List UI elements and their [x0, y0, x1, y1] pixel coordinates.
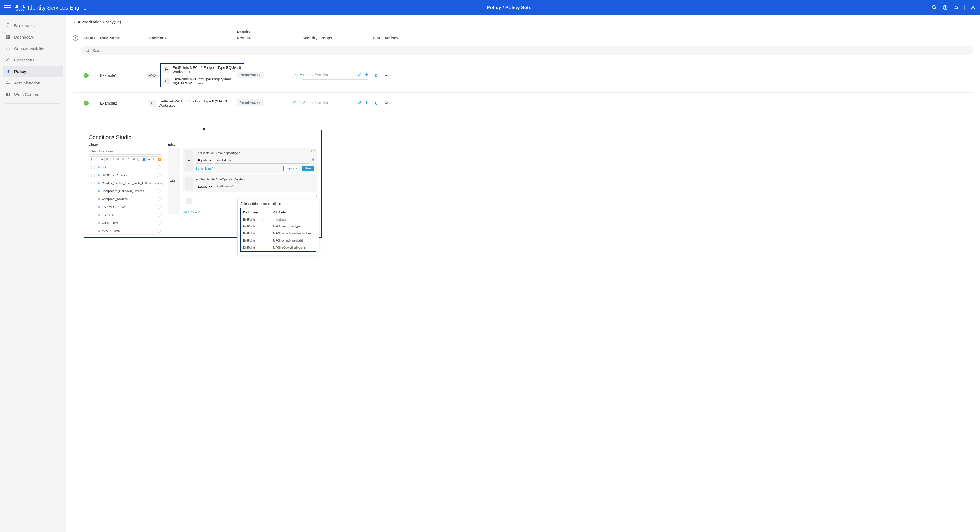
add-icon[interactable]: +	[365, 100, 368, 105]
filter-icon[interactable]: ▭	[94, 157, 99, 162]
drag-handle-icon[interactable]: ⋮⋮	[90, 221, 96, 224]
value-input[interactable]: EndPoints·Op	[215, 184, 315, 190]
sidebar-item-dashboard[interactable]: Dashboard	[0, 31, 66, 43]
attribute-filter[interactable]: Attribute	[276, 218, 286, 221]
operator-select[interactable]: Equals	[196, 157, 213, 164]
security-group-select[interactable]: Select from list +	[302, 71, 368, 79]
filter-icon[interactable]: ☁	[99, 157, 105, 162]
library-filter-bar: 📍 ▭ ☁ ⧉ 🖵 ⊞ ⊟ ◇ ⊞ 🕐 👤 ● ⊢ 📶	[89, 156, 162, 162]
menu-icon[interactable]	[5, 5, 11, 10]
conditions-box[interactable]: ⊢ EndPoints·MFCInfoEndpointType EQUALSWo…	[160, 64, 244, 87]
sidebar-item-work-centers[interactable]: Work Centers	[0, 89, 66, 100]
condition-attribute[interactable]: EndPoints·MFCInfoEndpointType	[196, 150, 315, 156]
attribute-row[interactable]: EndPointsMFCInfoEndpointType	[241, 223, 316, 230]
conditions-box[interactable]: ⊢ EndPoints·MFCInfoEndpointType EQUALSWo…	[146, 98, 230, 109]
drag-handle-icon[interactable]: ⋮⋮	[90, 190, 96, 193]
row-actions-button[interactable]	[385, 73, 404, 78]
add-rule-button[interactable]: +	[73, 35, 78, 41]
filter-icon[interactable]: ⊟	[120, 157, 126, 162]
filter-icon[interactable]: 🕐	[136, 157, 142, 162]
drag-handle-icon[interactable]: ⋮⋮	[90, 166, 96, 169]
sidebar-item-policy[interactable]: Policy	[3, 65, 63, 77]
col-hits: Hits	[368, 36, 385, 40]
filter-icon[interactable]: ⊢	[152, 157, 157, 162]
add-icon[interactable]: +	[299, 72, 302, 78]
notification-icon[interactable]	[953, 5, 959, 10]
attribute-icon: ⊢	[185, 150, 193, 171]
edit-icon[interactable]	[358, 73, 362, 77]
attribute-row[interactable]: EndPointsMFCInfoOperatingSystem	[241, 244, 316, 251]
search-input[interactable]	[92, 48, 969, 53]
condition-attribute[interactable]: EndPoints·MFCInfoOperatingSystem	[196, 176, 315, 182]
filter-icon[interactable]: 👤	[142, 157, 146, 162]
security-group-select[interactable]: Select from list +	[302, 100, 368, 107]
col-actions: Actions	[385, 36, 404, 40]
value-input[interactable]: Workstation	[215, 157, 309, 164]
info-icon[interactable]: i	[162, 181, 163, 185]
library-item[interactable]: ⋮⋮🗎Catalyst_Switch_Local_Web_Authenticat…	[89, 179, 162, 187]
row-actions-button[interactable]	[385, 100, 404, 106]
set-not-link[interactable]: Set to 'Is not'	[196, 167, 213, 170]
drag-handle-icon[interactable]: ⋮⋮	[90, 174, 96, 177]
info-icon[interactable]: i	[157, 205, 161, 209]
library-item[interactable]: ⋮⋮🗎5Gi	[89, 164, 162, 172]
edit-icon[interactable]	[292, 101, 296, 105]
info-icon[interactable]: i	[157, 221, 161, 225]
section-header[interactable]: Authorization Policy(14)	[73, 20, 974, 24]
help-icon[interactable]	[943, 5, 948, 10]
profile-select[interactable]: PermitAccess +	[237, 100, 302, 107]
attribute-row[interactable]: EndPointsMFCInfoHardwareManufacturer	[241, 230, 316, 237]
filter-icon[interactable]: ⧉	[105, 157, 110, 162]
info-icon[interactable]: i	[157, 213, 161, 217]
drag-handle-icon[interactable]: ⋮⋮	[90, 198, 96, 200]
library-item[interactable]: ⋮⋮🗎BYOD_is_Registeredi	[89, 172, 162, 179]
sidebar-item-operations[interactable]: Operations	[0, 54, 66, 65]
drag-handle-icon[interactable]: ⋮⋮	[90, 229, 96, 232]
set-not-link[interactable]: Set to 'Is not'	[183, 211, 200, 214]
info-icon[interactable]: i	[157, 189, 161, 193]
library-item[interactable]: ⋮⋮🗎EAP-MSCHAPv2i	[89, 203, 162, 211]
duplicate-button[interactable]: Duplicate	[283, 166, 300, 171]
edit-icon[interactable]	[292, 73, 296, 77]
library-item[interactable]: ⋮⋮🗎EAP-TLSi	[89, 211, 162, 219]
filter-icon[interactable]: 🖵	[110, 157, 115, 162]
drag-handle-icon[interactable]: ⋮⋮	[90, 213, 96, 216]
save-button[interactable]: Save	[302, 166, 315, 171]
library-item[interactable]: ⋮⋮🗎Guest_Flowi	[89, 219, 162, 227]
filter-location-icon[interactable]: 📍	[89, 157, 94, 162]
sidebar-item-bookmarks[interactable]: Bookmarks	[0, 20, 66, 31]
and-operator[interactable]: AND⌄	[168, 148, 180, 214]
info-icon[interactable]: i	[157, 229, 161, 232]
library-item[interactable]: ⋮⋮🗎MAC_in_SANi	[89, 227, 162, 235]
drag-handle-icon[interactable]: ⋮⋮	[90, 182, 96, 185]
dictionary-filter[interactable]: EndPoints⌄✕	[243, 218, 273, 221]
close-icon[interactable]: ✕	[313, 175, 315, 178]
user-icon[interactable]	[970, 5, 975, 10]
filter-icon[interactable]: ●	[146, 157, 152, 162]
svg-point-12	[6, 81, 8, 83]
search-icon[interactable]	[932, 5, 937, 10]
profile-select[interactable]: PermitAccess +	[237, 71, 302, 79]
library-item[interactable]: ⋮⋮🗎Compliance_Unknown_Devicesi	[89, 187, 162, 195]
add-icon[interactable]: +	[365, 72, 368, 78]
library-item[interactable]: ⋮⋮🗎Compliant_Devicesi	[89, 195, 162, 203]
add-icon[interactable]: +	[299, 100, 302, 105]
filter-icon[interactable]: ◇	[126, 157, 131, 162]
drag-handle-icon[interactable]: ⋮⋮	[90, 205, 96, 208]
info-icon[interactable]: i	[157, 173, 161, 177]
info-icon[interactable]: i	[157, 165, 161, 169]
grid-icon[interactable]: ⊞	[312, 157, 315, 164]
rule-name: Example1	[100, 73, 146, 78]
attribute-row[interactable]: EndPointsMFCInfoHardwareModel	[241, 237, 316, 244]
operator-select[interactable]: Equals	[196, 184, 213, 190]
filter-wifi-icon[interactable]: 📶	[157, 157, 162, 162]
filter-icon[interactable]: ⊞	[131, 157, 136, 162]
duplicate-close-icons[interactable]: ⊕ ✕	[310, 149, 315, 152]
edit-icon[interactable]	[358, 101, 362, 105]
info-icon[interactable]: i	[157, 197, 161, 201]
sidebar-item-context-visibility[interactable]: Context Visibility	[0, 43, 66, 54]
sidebar-item-administration[interactable]: Administration	[0, 77, 66, 89]
main-content: Authorization Policy(14) Results + Statu…	[66, 15, 980, 532]
library-search-input[interactable]	[91, 150, 160, 153]
filter-icon[interactable]: ⊞	[115, 157, 120, 162]
